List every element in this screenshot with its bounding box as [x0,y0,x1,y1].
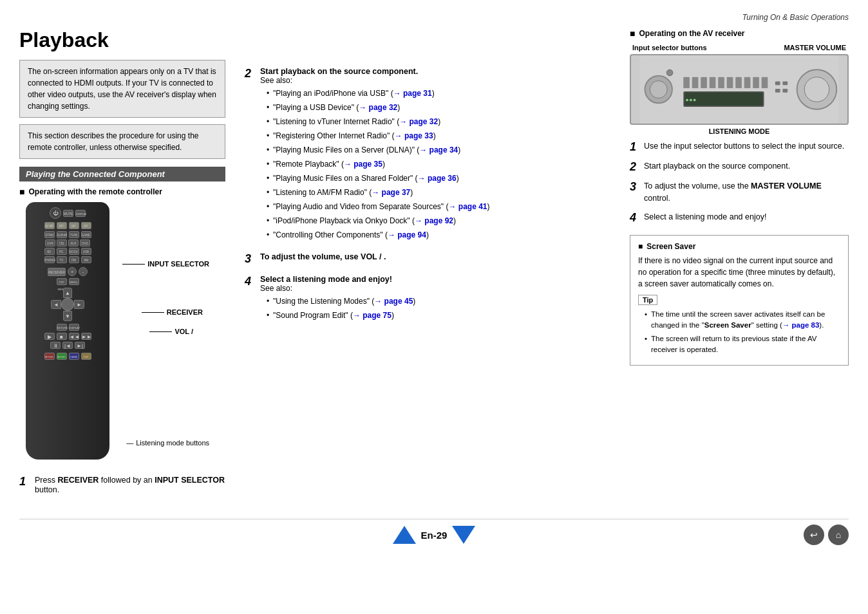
remote-input-sel-7[interactable]: DOCK [69,248,79,255]
remote-top-menu-btn[interactable]: TOP MENU [57,278,67,285]
right-step-3: 3 To adjust the volume, use the MASTER V… [630,180,849,205]
middle-step-2-bullets: "Playing an iPod/iPhone via USB" (→ page… [260,88,610,241]
remote-input-sel-1[interactable]: DVR [45,239,55,247]
remote-rew-btn[interactable]: ◄◄ [69,333,79,340]
remote-input-sel-9[interactable]: PHONO [44,256,55,263]
right-step-2-number: 2 [630,160,640,174]
page-nav: En-29 [393,526,476,544]
remote-input-sel-3[interactable]: AUX [68,239,79,247]
bullet-item: "Sound Program Edit" (→ page 75) [267,310,610,321]
remote-skip-fwd-btn[interactable]: ►| [75,342,85,349]
svg-rect-4 [683,77,690,88]
svg-point-20 [804,77,829,102]
remote-mute-btn[interactable]: MUTE [63,210,73,217]
remote-listen-btn-2[interactable]: MUSIC [57,353,67,360]
left-step-1-number: 1 [19,475,31,488]
right-steps-list: 1 Use the input selector buttons to sele… [630,140,849,225]
info-box-1: The on-screen information appears only o… [19,60,225,118]
remote-input-sel-4[interactable]: DVD [80,239,90,247]
remote-input-btn-1[interactable]: STRM [44,231,55,238]
remote-dpad-down[interactable]: ▼ [63,311,72,321]
right-subsection-label: Operating on the AV receiver [639,29,744,38]
main-content: Playback The on-screen information appea… [19,28,849,499]
bullet-item: "Playing Music Files on a Shared Folder"… [267,172,610,184]
remote-listen-btn-3[interactable]: GAME [69,353,79,360]
middle-step-3-title: To adjust the volume, use VOL / . [260,252,610,261]
page-header: Turning On & Basic Operations [19,13,849,22]
remote-input-sel-6[interactable]: PC [57,248,67,255]
input-selector-buttons-label: Input selector buttons [632,44,707,51]
nav-arrow-up[interactable] [393,526,416,544]
remote-menu-btn[interactable]: MENU [69,278,79,285]
info-text-2: This section describes the procedure for… [28,131,198,152]
page-title: Playback [19,28,225,52]
right-step-4-text: Select a listening mode and enjoy! [644,211,766,223]
remote-input-sel-8[interactable]: USB [81,248,91,255]
remote-input-btn-2[interactable]: ALBUM [57,231,67,238]
middle-step-4-number: 4 [245,275,256,288]
middle-step-4-content: Select a listening mode and enjoy! See a… [260,275,610,324]
home-icon[interactable]: ⌂ [828,525,849,545]
middle-step-4: 4 Select a listening mode and enjoy! See… [245,275,610,324]
remote-preset-btn-1[interactable]: AV MP [44,222,55,229]
middle-step-2-content: Start playback on the source component. … [260,67,610,243]
remote-dpad-up[interactable]: ▲ [63,288,72,298]
remote-playback-btn[interactable]: RETURN [57,324,67,331]
av-receiver-svg [631,55,847,124]
av-receiver-label-row: Input selector buttons MASTER VOLUME [630,44,849,51]
back-icon[interactable]: ↩ [804,525,824,545]
remote-input-sel-10[interactable]: TV [57,256,67,263]
remote-stop-btn[interactable]: ■ [57,333,67,340]
middle-step-2: 2 Start playback on the source component… [245,67,610,243]
tip-item-1: The time until the screen saver activate… [645,309,840,331]
left-column: Playback The on-screen information appea… [19,28,225,499]
remote-play-btn[interactable]: ▶ [44,333,55,340]
remote-input-sel-12[interactable]: AM [81,256,91,263]
remote-preset-btn-3[interactable]: MY TUN [69,222,79,229]
svg-point-3 [666,70,673,76]
remote-dpad-right[interactable]: ► [74,300,84,309]
remote-dpad-center[interactable] [61,298,74,311]
remote-preset-btn-2[interactable]: MY APS [57,222,67,229]
remote-vol-up-btn[interactable]: + [68,267,77,276]
remote-input-btn-4[interactable]: GAME [81,231,91,238]
nav-arrow-down[interactable] [452,526,475,544]
middle-step-3-content: To adjust the volume, use VOL / . [260,252,610,261]
svg-rect-8 [718,77,724,88]
remote-dpad-left[interactable]: ◄ [51,300,61,309]
right-step-3-number: 3 [630,180,640,194]
bullet-item: "iPod/iPhone Playback via Onkyo Dock" (→… [267,215,610,227]
svg-rect-9 [727,77,733,88]
av-receiver-diagram: Input selector buttons MASTER VOLUME [630,44,849,135]
svg-rect-11 [744,77,751,88]
remote-receiver-btn[interactable]: RECEIVER [48,268,66,276]
screen-saver-text: If there is no video signal on the curre… [638,255,840,290]
remote-power-btn[interactable]: ⏻ [50,207,61,219]
middle-step-2-see-also: See also: [260,76,610,85]
remote-vol-down-btn[interactable]: - [79,267,88,276]
remote-listen-btn-1[interactable]: MOVIE [44,353,55,360]
remote-input-sel-11[interactable]: FM [69,256,79,263]
remote-display2-btn[interactable]: DISPLAY [69,324,79,331]
remote-listen-btn-4[interactable]: THX [81,353,91,360]
right-step-3-text: To adjust the volume, use the MASTER VOL… [644,180,849,205]
middle-step-2-number: 2 [245,67,256,80]
remote-input-sel-2[interactable]: CBL [57,239,67,247]
svg-point-2 [650,81,667,98]
middle-step-4-bullets: "Using the Listening Modes" (→ page 45) … [260,295,610,321]
remote-pause-btn[interactable]: ⏸ [50,342,61,349]
remote-input-btn-3[interactable]: TV/IN [69,231,79,238]
right-step-4: 4 Select a listening mode and enjoy! [630,211,849,225]
listening-mode-label: Listening mode buttons [126,439,209,447]
bullet-item: "Listening to vTuner Internet Radio" (→ … [267,116,610,127]
remote-ffw-btn[interactable]: ►► [81,333,91,340]
info-box-2: This section describes the procedure for… [19,124,225,159]
remote-dpad[interactable]: ▲ ▼ ◄ ► [51,288,84,321]
remote-input-sel-5[interactable]: BD [44,248,55,255]
screen-saver-title: Screen Saver [638,242,840,251]
remote-skip-back-btn[interactable]: |◄ [62,342,73,349]
remote-display-btn[interactable]: DISPLAY [75,210,86,217]
remote-preset-btn-4[interactable]: MY AUD [81,222,91,229]
vol-label: VOL / [149,328,193,335]
header-title: Turning On & Basic Operations [742,13,849,22]
